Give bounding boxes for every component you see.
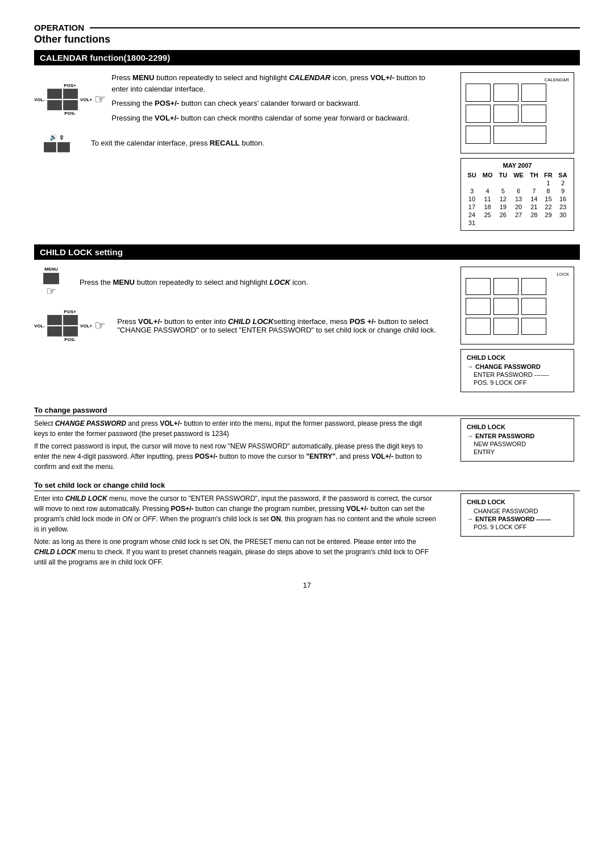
cal-row-1: 12: [464, 179, 570, 187]
calendar-para-2: Pressing the POS+/- button can check yea…: [111, 98, 438, 109]
cl-key-4: [63, 326, 78, 337]
vol-row: VOL- VOL+ ☞: [34, 89, 106, 110]
calendar-remote-diagram-2: 🔊 🎙 To exit the calendar interface, pres…: [34, 134, 438, 152]
cl-pos-plus-label: POS+: [64, 309, 76, 314]
menu3-lock-off: POS. 9 LOCK OFF: [474, 524, 527, 530]
menu1-item3: POS. 9 LOCK OFF: [467, 379, 568, 386]
speaker-icon: 🔊: [49, 134, 57, 141]
menu-remote-group: MENU ☞: [34, 267, 68, 298]
calendar-left: POS+ VOL- VOL+ ☞ POS-: [34, 72, 438, 235]
ui-cell-2: [493, 84, 518, 102]
ui-cell-8: [493, 126, 546, 144]
col-su: SU: [464, 171, 479, 179]
operation-divider: [90, 27, 580, 28]
menu2-entry: ENTRY: [474, 448, 495, 455]
calendar-month-year: MAY 2007: [464, 162, 570, 169]
child-lock-top: MENU ☞ Press the MENU button repeatedly …: [34, 267, 580, 397]
cl-remote-keys: [47, 315, 78, 337]
ui-cell-4: [466, 105, 491, 123]
calendar-para-1: Press MENU button repeatedly to select a…: [111, 72, 438, 94]
set-child-lock-right: CHILD LOCK CHANGE PASSWORD → ENTER PASSW…: [455, 493, 580, 570]
calendar-table: SU MO TU WE TH FR SA 12 34567: [464, 171, 570, 227]
col-fr: FR: [541, 171, 555, 179]
exit-para: To exit the calendar interface, press RE…: [91, 139, 438, 147]
set-child-lock-content: Enter into CHILD LOCK menu, move the cur…: [34, 493, 580, 570]
menu2-new-password: NEW PASSWORD: [474, 441, 526, 447]
child-lock-section-header: CHILD LOCK setting: [34, 244, 580, 260]
child-lock-left-top: MENU ☞ Press the MENU button repeatedly …: [34, 267, 438, 397]
cl-key-3: [47, 326, 62, 337]
child-lock-right-top: LOCK CHILD LOCK → CHANGE PASSWORD ENTE: [455, 267, 580, 397]
key-row-2: [44, 142, 70, 152]
menu-label: MENU: [44, 267, 58, 272]
menu1-lock-off: POS. 9 LOCK OFF: [474, 379, 527, 386]
change-password-section: To change password Select CHANGE PASSWOR…: [34, 406, 580, 474]
child-lock-menu1: CHILD LOCK → CHANGE PASSWORD ENTER PASSW…: [460, 349, 574, 392]
cal-row-2: 34567 89: [464, 187, 570, 195]
lock-cell-7: [466, 318, 491, 335]
hand-icon-3: ☞: [94, 318, 106, 333]
menu2-item3: ENTRY: [467, 448, 568, 455]
child-lock-para-2-wrap: Press VOL+/- button to enter into CHILD …: [117, 317, 438, 334]
menu2-item2: NEW PASSWORD: [467, 441, 568, 447]
change-password-header: To change password: [34, 406, 580, 416]
lock-cell-9: [521, 318, 546, 335]
page-number: 17: [34, 581, 580, 589]
child-lock-menu-remote: MENU ☞ Press the MENU button repeatedly …: [34, 267, 438, 298]
col-mo: MO: [479, 171, 496, 179]
change-password-right: CHILD LOCK → ENTER PASSWORD NEW PASSWORD…: [455, 418, 580, 474]
key-menu-btn: [43, 273, 59, 284]
cal-row-3: 1011121314 1516: [464, 195, 570, 203]
lock-ui-box: LOCK: [460, 267, 574, 344]
key-3: [47, 100, 62, 110]
menu2-arrow1: →: [467, 433, 473, 439]
remote-keys-top: [47, 89, 78, 110]
child-lock-vol-group: POS+ VOL- VOL+ ☞ POS-: [34, 309, 106, 342]
calendar-ui-box: CALENDAR: [460, 72, 574, 153]
change-password-text: Select CHANGE PASSWORD and press VOL+/- …: [34, 418, 438, 474]
cl-vol-plus: VOL+: [80, 323, 92, 329]
menu1-arrow1: →: [467, 363, 473, 370]
lock-grid: [466, 278, 569, 335]
ui-cell-3: [521, 84, 546, 102]
operation-title: OPERATION: [34, 23, 84, 32]
menu2-enter-password: ENTER PASSWORD: [475, 433, 534, 439]
child-lock-menu3: CHILD LOCK CHANGE PASSWORD → ENTER PASSW…: [460, 493, 574, 537]
calendar-remote-diagram: POS+ VOL- VOL+ ☞ POS-: [34, 72, 438, 127]
key-recall: [57, 142, 70, 152]
child-lock-para-1: Press the MENU button repeatedly to sele…: [80, 278, 438, 286]
mic-icon: 🎙: [59, 134, 65, 141]
menu1-change-password: CHANGE PASSWORD: [475, 363, 541, 370]
lock-ui-label: LOCK: [466, 272, 569, 277]
col-tu: TU: [496, 171, 510, 179]
cal-row-4: 1718192021 2223: [464, 203, 570, 211]
menu1-enter-password: ENTER PASSWORD -------: [474, 371, 549, 378]
pos-minus-label: POS-: [64, 111, 76, 116]
lock-cell-4: [466, 298, 491, 315]
cl-pos-minus-label: POS-: [64, 337, 76, 342]
calendar-table-box: MAY 2007 SU MO TU WE TH FR SA: [460, 158, 574, 231]
menu2-title: CHILD LOCK: [467, 423, 568, 430]
calendar-right: CALENDAR MAY 2007 SU MO TU: [455, 72, 580, 235]
vol-labels: VOL-: [34, 97, 45, 102]
cl-key-1: [47, 315, 62, 325]
menu3-item2: → ENTER PASSWORD -------: [467, 516, 568, 522]
lock-cell-2: [493, 278, 518, 295]
menu3-item1: CHANGE PASSWORD: [467, 508, 568, 514]
exit-text: To exit the calendar interface, press RE…: [91, 139, 438, 147]
child-lock-para-2: Press VOL+/- button to enter into CHILD …: [117, 317, 438, 334]
lock-cell-6: [521, 298, 546, 315]
ui-cell-6: [521, 105, 546, 123]
change-password-para2: If the correct password is input, the cu…: [34, 441, 438, 472]
icon-row-2: 🔊 🎙: [49, 134, 65, 141]
remote-group-2: 🔊 🎙: [34, 134, 80, 152]
set-child-lock-para1: Enter into CHILD LOCK menu, move the cur…: [34, 493, 438, 534]
calendar-section-content: POS+ VOL- VOL+ ☞ POS-: [34, 72, 580, 235]
set-child-lock-header: To set child lock or change child lock: [34, 481, 580, 491]
menu3-title: CHILD LOCK: [467, 499, 568, 505]
pos-plus-label: POS+: [64, 83, 76, 88]
col-th: TH: [527, 171, 541, 179]
set-child-lock-note: Note: as long as there is one program wh…: [34, 537, 438, 567]
key-1: [47, 89, 62, 99]
child-lock-para-1-wrap: Press the MENU button repeatedly to sele…: [80, 278, 438, 286]
